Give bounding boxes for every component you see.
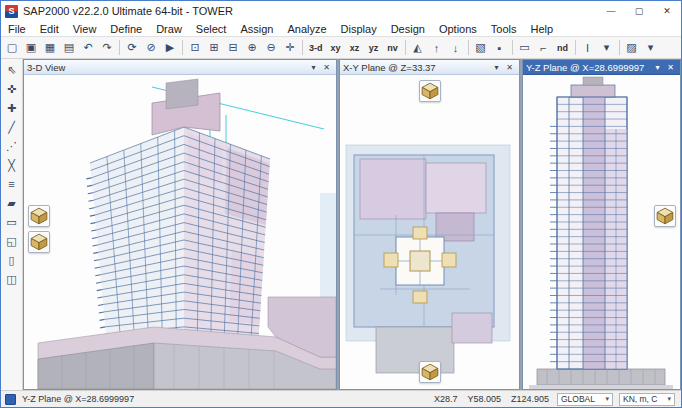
view-cube-widget[interactable] — [419, 361, 441, 383]
statusbar-app-icon[interactable] — [5, 394, 16, 405]
toolbar-display-style-dropdown[interactable]: ▾ — [642, 39, 660, 57]
toolbar-refresh-window[interactable]: ⟳ — [123, 39, 141, 57]
window-xy-titlebar[interactable]: X-Y Plane @ Z=33.37 ▾ ✕ — [340, 60, 519, 75]
cube-icon — [420, 81, 440, 101]
toolbar-zoom-in[interactable]: ⊕ — [243, 39, 261, 57]
toolbar-pan[interactable]: ✛ — [281, 39, 299, 57]
toolbar-open-model[interactable]: ▣ — [22, 39, 40, 57]
menu-options[interactable]: Options — [432, 21, 484, 36]
toolbar-redo[interactable]: ↷ — [98, 39, 116, 57]
xy-plan-drawing — [340, 75, 519, 389]
toolbar-separator — [468, 40, 469, 55]
toolbar-view-3d[interactable]: 3-d — [306, 39, 326, 57]
drawbar-quick-draw-brace[interactable]: ╳ — [3, 156, 21, 174]
menu-draw[interactable]: Draw — [149, 21, 189, 36]
drawbar-quick-draw-frame[interactable]: ⋰ — [3, 137, 21, 155]
units-dropdown[interactable]: KN, m, C ▾ — [619, 393, 675, 406]
menu-view[interactable]: View — [66, 21, 104, 36]
toolbar-print[interactable]: ▤ — [60, 39, 78, 57]
drawbar-select-pointer[interactable]: ⇖ — [3, 61, 21, 79]
minimize-button[interactable]: — — [597, 1, 625, 21]
toolbar-set-display-options[interactable]: ▧ — [472, 39, 490, 57]
toolbar-save-model[interactable]: ▦ — [41, 39, 59, 57]
window-3d-view: 3-D View ▾ ✕ — [23, 59, 337, 390]
csys-dropdown[interactable]: GLOBAL ▾ — [557, 393, 613, 406]
drawbar-draw-rect-area[interactable]: ▭ — [3, 213, 21, 231]
menubar: FileEditViewDefineDrawSelectAssignAnalyz… — [1, 21, 681, 37]
menu-design[interactable]: Design — [384, 21, 432, 36]
toolbar-new-model[interactable]: ▢ — [3, 39, 21, 57]
toolbar-display-style[interactable]: ▨ — [623, 39, 641, 57]
window-close-button[interactable]: ✕ — [503, 63, 516, 72]
toolbar-separator — [119, 40, 120, 55]
app-window: S SAP2000 v22.2.0 Ultimate 64-bit - TOWE… — [0, 0, 682, 408]
window-menu-button[interactable]: ▾ — [490, 63, 503, 72]
drawbar-quick-draw-area[interactable]: ◱ — [3, 232, 21, 250]
toolbar-separator — [619, 40, 620, 55]
menu-analyze[interactable]: Analyze — [280, 21, 333, 36]
toolbar-view-yz[interactable]: yz — [365, 39, 383, 57]
toolbar-object-shrink-toggle[interactable]: ▪ — [491, 39, 509, 57]
toolbar-restore-full-view[interactable]: ⊞ — [205, 39, 223, 57]
window-controls: — ▢ ✕ — [597, 1, 681, 21]
toolbar-select-poly[interactable]: ⌐ — [535, 39, 553, 57]
drawbar-draw-wall[interactable]: ▯ — [3, 251, 21, 269]
titlebar[interactable]: S SAP2000 v22.2.0 Ultimate 64-bit - TOWE… — [1, 1, 681, 21]
menu-define[interactable]: Define — [103, 21, 149, 36]
window-yz-titlebar[interactable]: Y-Z Plane @ X=28.6999997 ▾ ✕ — [523, 60, 680, 75]
window-xy-title: X-Y Plane @ Z=33.37 — [343, 62, 490, 73]
window-menu-button[interactable]: ▾ — [651, 63, 664, 72]
menu-file[interactable]: File — [1, 21, 33, 36]
window-close-button[interactable]: ✕ — [664, 63, 677, 72]
drawbar-reshape-object[interactable]: ✜ — [3, 80, 21, 98]
menu-help[interactable]: Help — [524, 21, 561, 36]
toolbar-view-named[interactable]: nv — [384, 39, 402, 57]
drawbar-draw-frame[interactable]: ╱ — [3, 118, 21, 136]
menu-edit[interactable]: Edit — [33, 21, 66, 36]
window-menu-button[interactable]: ▾ — [307, 63, 320, 72]
toolbar-lock-model[interactable]: ⊘ — [142, 39, 160, 57]
toolbar-frame-section-dropdown[interactable]: ▾ — [598, 39, 616, 57]
toolbar-zoom-out[interactable]: ⊖ — [262, 39, 280, 57]
toolbar-run-analysis[interactable]: ▶ — [161, 39, 179, 57]
close-button[interactable]: ✕ — [653, 1, 681, 21]
window-title: SAP2000 v22.2.0 Ultimate 64-bit - TOWER — [23, 5, 597, 17]
menu-display[interactable]: Display — [334, 21, 384, 36]
window-close-button[interactable]: ✕ — [320, 63, 333, 72]
view-cube-widget[interactable] — [419, 80, 441, 102]
maximize-button[interactable]: ▢ — [625, 1, 653, 21]
view-yz-canvas[interactable] — [523, 75, 680, 389]
drawbar-draw-link[interactable]: ◫ — [3, 270, 21, 288]
drawbar-draw-special-joint[interactable]: ✚ — [3, 99, 21, 117]
toolbar-select-rectangular[interactable]: ▭ — [516, 39, 534, 57]
menu-assign[interactable]: Assign — [233, 21, 280, 36]
drawbar-draw-poly-area[interactable]: ▰ — [3, 194, 21, 212]
toolbar-perspective-toggle[interactable]: ◭ — [409, 39, 427, 57]
toolbar-move-down-in-list[interactable]: ↓ — [447, 39, 465, 57]
view-cube-widget[interactable] — [28, 205, 50, 227]
window-3d-title: 3-D View — [27, 62, 307, 73]
toolbar-move-up-in-list[interactable]: ↑ — [428, 39, 446, 57]
menu-tools[interactable]: Tools — [484, 21, 524, 36]
main-area: ⇖✜✚╱⋰╳≡▰▭◱▯◫ 3-D View ▾ ✕ X-Y Plane @ Z=… — [1, 59, 681, 390]
toolbar-previous-zoom[interactable]: ⊟ — [224, 39, 242, 57]
statusbar: Y-Z Plane @ X=28.6999997 X28.7 Y58.005 Z… — [1, 390, 681, 407]
view-3d-canvas[interactable] — [24, 75, 336, 389]
toolbar-separator — [575, 40, 576, 55]
toolbar-undo[interactable]: ↶ — [79, 39, 97, 57]
view-cube-widget[interactable] — [28, 231, 50, 253]
units-value: KN, m, C — [623, 394, 657, 404]
draw-toolbar: ⇖✜✚╱⋰╳≡▰▭◱▯◫ — [1, 59, 23, 390]
menu-select[interactable]: Select — [189, 21, 234, 36]
toolbar-select-named[interactable]: nd — [554, 39, 572, 57]
chevron-down-icon: ▾ — [667, 395, 671, 403]
window-3d-titlebar[interactable]: 3-D View ▾ ✕ — [24, 60, 336, 75]
toolbar-rubber-band-zoom[interactable]: ⊡ — [186, 39, 204, 57]
view-xy-canvas[interactable] — [340, 75, 519, 389]
3d-model-drawing — [24, 75, 336, 389]
toolbar-frame-section-display[interactable]: I — [579, 39, 597, 57]
toolbar-view-xz[interactable]: xz — [346, 39, 364, 57]
drawbar-quick-draw-secondary-beam[interactable]: ≡ — [3, 175, 21, 193]
toolbar-view-xy[interactable]: xy — [327, 39, 345, 57]
view-cube-widget[interactable] — [654, 205, 676, 227]
